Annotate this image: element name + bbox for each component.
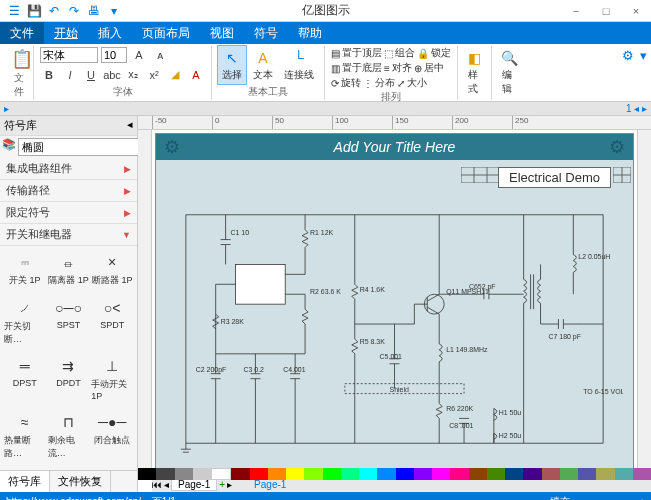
underline-button[interactable]: U [82, 66, 100, 84]
quick-access: ☰ 💾 ↶ ↷ 🖶 ▾ [0, 3, 122, 19]
italic-button[interactable]: I [61, 66, 79, 84]
cat-limit[interactable]: 限定符号▶ [0, 202, 137, 224]
font-size-select[interactable] [101, 47, 127, 63]
gear-deco-icon: ⚙ [609, 136, 625, 158]
undo-icon[interactable]: ↶ [46, 3, 62, 19]
group-icon[interactable]: ⬚ [384, 48, 393, 59]
paste-icon[interactable]: 📋 [10, 46, 34, 71]
cat-switch[interactable]: 开关和继电器▼ [0, 224, 137, 246]
sup-button[interactable]: x² [145, 66, 163, 84]
text-tool[interactable]: A文本 [249, 46, 277, 84]
dist-icon[interactable]: ⋮ [363, 78, 373, 89]
size-icon[interactable]: ⤢ [397, 78, 405, 89]
zoom-out-icon[interactable]: − [591, 497, 597, 501]
label-c3: C3 0.2 [243, 366, 264, 373]
color-icon[interactable]: A [187, 66, 205, 84]
strike-button[interactable]: abc [103, 66, 121, 84]
lock-icon[interactable]: 🔒 [417, 48, 429, 59]
expand-icon[interactable]: ▶ [124, 186, 131, 196]
nav-item[interactable]: ▸ [4, 103, 9, 114]
gear-icon[interactable]: ⚙ [622, 48, 634, 63]
status-url[interactable]: https://www.edrawsoft.com/cn/ [6, 496, 141, 500]
symbol-item[interactable]: ═DPST [4, 354, 46, 408]
select-tool[interactable]: ↖选择 [218, 46, 246, 84]
bottom-icon[interactable]: ▥ [331, 63, 340, 74]
page-link[interactable]: Page-1 [254, 479, 286, 490]
nav-prev[interactable]: 1 [626, 103, 632, 114]
expand-icon[interactable]: ▶ [124, 164, 131, 174]
font-name-select[interactable] [40, 47, 98, 63]
print-icon[interactable]: 🖶 [86, 3, 102, 19]
expand-icon[interactable]: ▼ [122, 230, 131, 240]
highlight-icon[interactable]: ◢ [166, 66, 184, 84]
sidebar-tab-lib[interactable]: 符号库 [0, 471, 50, 492]
color-palette[interactable] [138, 468, 651, 480]
bold-button[interactable]: B [40, 66, 58, 84]
tab-nav-first[interactable]: ⏮ [152, 479, 162, 490]
close-button[interactable]: × [621, 0, 651, 22]
label-r6: R6 220K [446, 405, 473, 412]
tab-layout[interactable]: 页面布局 [132, 22, 200, 44]
main-area: 符号库 ◂ 📚 🔍 集成电路组件▶ 传输路径▶ 限定符号▶ 开关和继电器▼ ⎓开… [0, 116, 651, 492]
style-button[interactable]: ◧样式 [464, 46, 485, 98]
zoom-fit-icon[interactable]: ▭ [576, 497, 585, 501]
center-icon[interactable]: ⊕ [414, 63, 422, 74]
tab-help[interactable]: 帮助 [288, 22, 332, 44]
tab-start[interactable]: 开始 [44, 22, 88, 44]
symbol-item[interactable]: ⟋开关切断… [4, 296, 46, 353]
cat-ic[interactable]: 集成电路组件▶ [0, 158, 137, 180]
ruler-vertical [138, 130, 152, 476]
sidebar-tab-recover[interactable]: 文件恢复 [50, 471, 111, 492]
grid-deco [613, 167, 631, 183]
menu-bar: 文件 开始 插入 页面布局 视图 符号 帮助 [0, 22, 651, 44]
save-icon[interactable]: 💾 [26, 3, 42, 19]
ribbon-edit-group: 🔍编辑 [492, 46, 526, 100]
font-grow-icon[interactable]: A [130, 46, 148, 64]
symbol-item[interactable]: ⎓开关 1P [4, 250, 46, 294]
schematic[interactable]: C1 10 R1 12K R2 63.6 K R3 28K C2 200pF C… [166, 192, 623, 466]
redo-icon[interactable]: ↷ [66, 3, 82, 19]
tab-symbols[interactable]: 符号 [244, 22, 288, 44]
tab-add[interactable]: + [219, 479, 225, 490]
tab-file[interactable]: 文件 [0, 22, 44, 44]
symbol-item[interactable]: ⊥手动开关 1P [91, 354, 133, 408]
scrollbar-vertical[interactable] [637, 130, 651, 476]
symbol-item[interactable]: ○─○SPST [48, 296, 90, 353]
symbol-item[interactable]: ⊓剩余电流… [48, 410, 90, 467]
symbol-item[interactable]: ≈热量断路… [4, 410, 46, 467]
cat-path[interactable]: 传输路径▶ [0, 180, 137, 202]
symbol-item[interactable]: ○<SPDT [91, 296, 133, 353]
edit-button[interactable]: 🔍编辑 [498, 46, 520, 98]
ribbon-tools-group: ↖选择 A文本 └连接线 基本工具 [212, 46, 325, 100]
rotate-icon[interactable]: ⟳ [331, 78, 339, 89]
tab-insert[interactable]: 插入 [88, 22, 132, 44]
connector-tool[interactable]: └连接线 [280, 46, 318, 84]
align-icon[interactable]: ≡ [384, 63, 390, 74]
doc-title[interactable]: Electrical Demo [498, 167, 611, 188]
status-bar: https://www.edrawsoft.com/cn/ 页1/1 填充 ▭ … [0, 492, 651, 500]
zoom-in-icon[interactable]: + [639, 497, 645, 501]
library-icon[interactable]: 📚 [2, 138, 16, 156]
page-header: ⚙ Add Your Title Here ⚙ [156, 134, 633, 160]
tab-nav-prev[interactable]: ◂ [164, 479, 169, 490]
tab-view[interactable]: 视图 [200, 22, 244, 44]
zoom-slider[interactable]: ━━●━━ [603, 497, 633, 501]
canvas[interactable]: ⚙ Add Your Title Here ⚙ Electrical Demo [152, 130, 637, 476]
sub-button[interactable]: x₂ [124, 66, 142, 84]
sidebar-collapse-icon[interactable]: ◂ [127, 118, 133, 133]
dropdown-icon[interactable]: ▾ [640, 48, 647, 63]
title-placeholder[interactable]: Add Your Title Here [334, 139, 456, 155]
symbol-item[interactable]: ⏛隔离器 1P [48, 250, 90, 294]
tab-nav-next[interactable]: ▸ [227, 479, 232, 490]
maximize-button[interactable]: □ [591, 0, 621, 22]
symbol-item[interactable]: ×断路器 1P [91, 250, 133, 294]
expand-icon[interactable]: ▶ [124, 208, 131, 218]
nav-next[interactable]: ◂ ▸ [634, 103, 647, 114]
down-icon[interactable]: ▾ [106, 3, 122, 19]
minimize-button[interactable]: − [561, 0, 591, 22]
symbol-item[interactable]: ⇉DPDT [48, 354, 90, 408]
symbol-item[interactable]: ─●─闭合触点 [91, 410, 133, 467]
menu-icon[interactable]: ☰ [6, 3, 22, 19]
font-shrink-icon[interactable]: ᴀ [151, 46, 169, 64]
top-icon[interactable]: ▤ [331, 48, 340, 59]
